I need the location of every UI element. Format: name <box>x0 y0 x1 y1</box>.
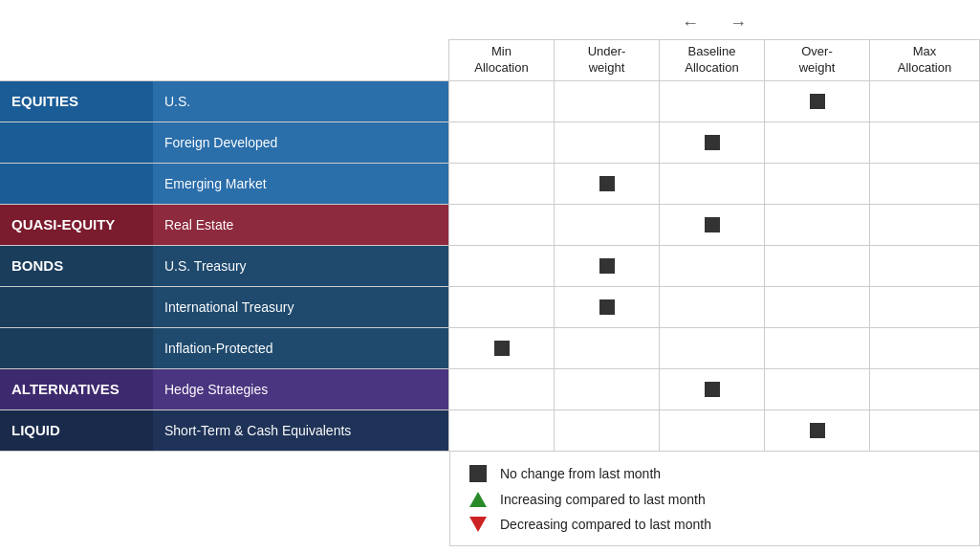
legend-item: Decreasing compared to last month <box>469 517 960 532</box>
category-cell <box>0 122 153 163</box>
row-right <box>448 122 980 163</box>
marker-square-icon <box>599 299 615 315</box>
row-left: BONDSU.S. Treasury <box>0 246 448 286</box>
row-right <box>448 287 980 327</box>
category-cell: ALTERNATIVES <box>0 369 153 409</box>
data-cell-over <box>764 246 869 286</box>
data-cell-under <box>554 328 659 368</box>
marker-square-icon <box>705 135 720 150</box>
data-cell-baseline <box>659 369 764 409</box>
data-cell-max <box>869 81 980 122</box>
col-headers: MinAllocation Under-weight BaselineAlloc… <box>448 39 980 80</box>
data-cell-under <box>554 81 659 122</box>
marker-square-icon <box>705 382 720 397</box>
row-right <box>448 205 980 245</box>
data-cell-max <box>869 205 980 245</box>
table-row: LIQUIDShort-Term & Cash Equivalents <box>0 410 980 452</box>
data-cell-over <box>764 205 869 245</box>
data-cell-under <box>554 410 659 451</box>
data-cell-baseline <box>659 205 764 245</box>
table-row: Emerging Market <box>0 164 980 205</box>
row-left: QUASI-EQUITYReal Estate <box>0 205 448 245</box>
row-right <box>448 246 980 286</box>
data-cell-max <box>869 328 980 368</box>
legend-triangle-down-icon <box>469 517 487 532</box>
data-cell-min <box>448 369 554 409</box>
data-cell-baseline <box>659 328 764 368</box>
category-cell: BONDS <box>0 246 153 286</box>
data-cell-under <box>554 205 659 245</box>
data-cell-max <box>869 246 980 286</box>
data-cell-baseline <box>659 122 764 163</box>
col-header-over: Over-weight <box>764 39 869 80</box>
table-row: BONDSU.S. Treasury <box>0 246 980 287</box>
row-left: Inflation-Protected <box>0 328 448 368</box>
data-cell-min <box>448 122 554 163</box>
data-cell-min <box>448 410 554 451</box>
asset-cell: International Treasury <box>153 287 448 327</box>
data-cell-under <box>554 246 659 286</box>
legend-triangle-up-icon <box>469 492 487 507</box>
legend-text: Decreasing compared to last month <box>500 517 711 532</box>
data-cell-under <box>554 164 659 204</box>
col-header-min: MinAllocation <box>448 39 554 80</box>
table-row: ALTERNATIVESHedge Strategies <box>0 369 980 410</box>
category-cell: QUASI-EQUITY <box>0 205 153 245</box>
data-cell-min <box>448 164 554 204</box>
data-cell-over <box>764 81 869 122</box>
table-row: EQUITIESU.S. <box>0 81 980 122</box>
category-cell: EQUITIES <box>0 81 153 122</box>
row-right <box>448 328 980 368</box>
row-left: International Treasury <box>0 287 448 327</box>
category-cell <box>0 164 153 204</box>
data-cell-under <box>554 287 659 327</box>
table-row: Inflation-Protected <box>0 328 980 369</box>
category-cell: LIQUID <box>0 410 153 451</box>
data-cell-baseline <box>659 287 764 327</box>
data-cell-min <box>448 287 554 327</box>
col-header-baseline: BaselineAllocation <box>659 39 764 80</box>
data-cell-over <box>764 164 869 204</box>
data-cell-over <box>764 328 869 368</box>
title-area <box>0 10 448 29</box>
row-right <box>448 81 980 122</box>
category-cell <box>0 328 153 368</box>
col-header-under: Under-weight <box>554 39 659 80</box>
header-row: ← → MinAllocation Under-weight BaselineA… <box>0 10 980 80</box>
legend-square-icon <box>469 465 487 482</box>
table-body: EQUITIESU.S.Foreign DevelopedEmerging Ma… <box>0 80 980 452</box>
asset-cell: U.S. Treasury <box>153 246 448 286</box>
data-cell-over <box>764 287 869 327</box>
category-cell <box>0 287 153 327</box>
legend-item: No change from last month <box>469 465 960 482</box>
data-cell-baseline <box>659 246 764 286</box>
asset-cell: U.S. <box>153 81 448 122</box>
asset-cell: Emerging Market <box>153 164 448 204</box>
arrow-left-icon: ← <box>682 13 699 33</box>
row-right <box>448 164 980 204</box>
data-cell-max <box>869 287 980 327</box>
table-row: Foreign Developed <box>0 122 980 164</box>
asset-cell: Real Estate <box>153 205 448 245</box>
data-cell-max <box>869 164 980 204</box>
data-cell-baseline <box>659 164 764 204</box>
marker-square-icon <box>705 217 720 232</box>
marker-square-icon <box>810 94 825 109</box>
data-cell-max <box>869 410 980 451</box>
row-right <box>448 369 980 409</box>
exposure-header: ← → <box>448 10 980 39</box>
data-cell-baseline <box>659 81 764 122</box>
marker-square-icon <box>494 341 510 356</box>
row-left: EQUITIESU.S. <box>0 81 448 122</box>
asset-cell: Short-Term & Cash Equivalents <box>153 410 448 451</box>
data-cell-under <box>554 122 659 163</box>
table-row: QUASI-EQUITYReal Estate <box>0 205 980 246</box>
data-cell-min <box>448 205 554 245</box>
data-cell-over <box>764 122 869 163</box>
arrow-right-icon: → <box>730 13 747 33</box>
table-row: International Treasury <box>0 287 980 328</box>
page-container: ← → MinAllocation Under-weight BaselineA… <box>0 0 980 553</box>
columns-header-area: ← → MinAllocation Under-weight BaselineA… <box>448 10 980 80</box>
data-cell-min <box>448 246 554 286</box>
data-cell-max <box>869 369 980 409</box>
